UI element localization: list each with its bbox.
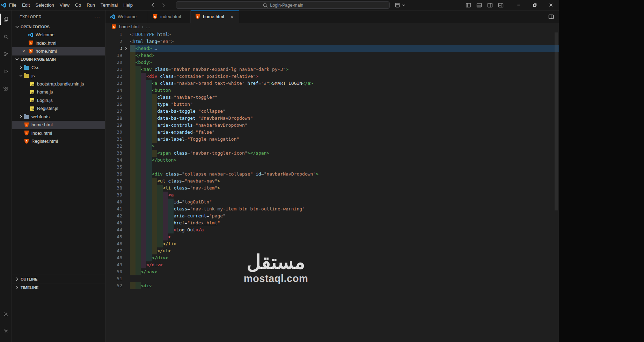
code-line-41[interactable]: 41class="nav-link my-item btn btn-outlin…: [105, 206, 559, 213]
code-line-31[interactable]: 31aria-label="Toggle navigation": [105, 136, 559, 143]
open-editor-home.html[interactable]: ×5home.html: [12, 47, 105, 55]
activity-run-debug-icon[interactable]: [0, 63, 12, 80]
tab-home.html[interactable]: 5home.html×: [191, 10, 239, 23]
minimize-button[interactable]: [511, 0, 527, 10]
activity-source-control-icon[interactable]: [0, 45, 12, 63]
code-line-39[interactable]: 39<a: [105, 192, 559, 199]
activity-search-icon[interactable]: [0, 28, 12, 45]
command-center-search[interactable]: Login-Page-main: [176, 1, 390, 9]
forward-arrow-icon[interactable]: [161, 2, 166, 8]
explorer-actions-icon[interactable]: ···: [94, 14, 100, 20]
fold-indicator[interactable]: [122, 45, 130, 52]
tree-item-Login.js[interactable]: JSLogin.js: [12, 96, 105, 105]
code-line-37[interactable]: 37<ul class="navbar-nav">: [105, 178, 559, 185]
open-editor-index.html[interactable]: 5index.html: [12, 39, 105, 47]
code-text: <div class="collapse navbar-collapse" id…: [130, 171, 559, 178]
code-line-27[interactable]: 27data-bs-toggle="collapse": [105, 108, 559, 115]
code-line-22[interactable]: 22<div class="container position-relativ…: [105, 73, 559, 80]
activity-settings-gear-icon[interactable]: [0, 322, 12, 339]
chevron-right-icon[interactable]: [18, 65, 24, 70]
back-arrow-icon[interactable]: [150, 2, 156, 8]
code-line-20[interactable]: 20<body>: [105, 59, 559, 66]
code-line-52[interactable]: 52<div: [105, 282, 559, 289]
menu-help[interactable]: Help: [120, 0, 136, 10]
code-line-36[interactable]: 36<div class="collapse navbar-collapse" …: [105, 171, 559, 178]
tab-Welcome[interactable]: Welcome: [105, 10, 148, 23]
indent-guide: [152, 185, 158, 192]
code-line-40[interactable]: 40id="logOutBtn": [105, 199, 559, 206]
code-line-25[interactable]: 25class="navbar-toggler": [105, 94, 559, 101]
tree-item-webfonts[interactable]: webfonts: [12, 113, 105, 121]
tree-item-home.html[interactable]: 5home.html: [12, 121, 105, 129]
code-line-24[interactable]: 24<button: [105, 87, 559, 94]
code-line-1[interactable]: 1<!DOCTYPE html>: [105, 31, 559, 38]
section-timeline[interactable]: TIMELINE: [12, 283, 105, 291]
tree-item-Register.html[interactable]: 5Register.html: [12, 137, 105, 146]
tree-item-js[interactable]: js: [12, 72, 105, 80]
titlebar-extra[interactable]: [395, 3, 407, 8]
code-line-30[interactable]: 30aria-expanded="false": [105, 129, 559, 136]
activity-files-icon[interactable]: [0, 10, 12, 28]
menu-terminal[interactable]: Terminal: [98, 0, 120, 10]
code-line-51[interactable]: 51: [105, 275, 559, 282]
open-editor-Welcome[interactable]: Welcome: [12, 31, 105, 39]
breadcrumb-ellipsis[interactable]: …: [146, 24, 151, 29]
tree-item-Css[interactable]: Css: [12, 64, 105, 72]
section-project[interactable]: LOGIN-PAGE-MAIN: [12, 55, 105, 64]
code-line-45[interactable]: 45>: [105, 233, 559, 240]
code-line-19[interactable]: 19</head>: [105, 52, 559, 59]
tree-item-Register.js[interactable]: JSRegister.js: [12, 104, 105, 113]
code-line-43[interactable]: 43href="index.html": [105, 220, 559, 226]
indent-guide: [146, 122, 152, 129]
code-line-2[interactable]: 2<html lang="en">: [105, 38, 559, 45]
code-line-26[interactable]: 26type="button": [105, 101, 559, 108]
code-line-46[interactable]: 46</li>: [105, 240, 559, 247]
scrollbar-thumb[interactable]: [555, 32, 558, 210]
tree-item-index.html[interactable]: 5index.html: [12, 129, 105, 137]
code-line-3[interactable]: 3<head> …: [105, 45, 559, 52]
breadcrumb-file[interactable]: home.html: [119, 24, 139, 29]
code-line-47[interactable]: 47</ul>: [105, 247, 559, 254]
html5-icon: 5: [195, 14, 200, 19]
code-line-28[interactable]: 28data-bs-target="#navbarNavDropdown": [105, 115, 559, 122]
tree-item-home.js[interactable]: JShome.js: [12, 88, 105, 96]
chevron-down-icon[interactable]: [18, 73, 24, 78]
code-line-50[interactable]: 50</nav>: [105, 268, 559, 275]
menu-go[interactable]: Go: [72, 0, 84, 10]
code-line-35[interactable]: 35: [105, 164, 559, 171]
tree-item-bootstrap.bundle.min.js[interactable]: JSbootstrap.bundle.min.js: [12, 80, 105, 88]
code-line-42[interactable]: 42aria-current="page": [105, 213, 559, 220]
tab-close-icon[interactable]: ×: [229, 14, 235, 20]
line-number: 47: [105, 247, 122, 254]
menu-run[interactable]: Run: [84, 0, 98, 10]
restore-button[interactable]: [527, 0, 543, 10]
close-button[interactable]: [543, 0, 559, 10]
indent-guide: [163, 199, 168, 206]
code-line-38[interactable]: 38<li class="nav-item">: [105, 185, 559, 192]
code-line-33[interactable]: 33<span class="navbar-toggler-icon"></sp…: [105, 150, 559, 157]
activity-account-icon[interactable]: [0, 306, 12, 322]
indent-guide: [136, 164, 141, 171]
code-line-21[interactable]: 21<nav class="navbar navbar-expand-lg na…: [105, 66, 559, 73]
tab-index.html[interactable]: 5index.html: [148, 10, 191, 23]
menu-view[interactable]: View: [57, 0, 72, 10]
menu-edit[interactable]: Edit: [19, 0, 32, 10]
indent-guide: [146, 129, 152, 136]
chevron-right-icon[interactable]: [18, 114, 24, 119]
code-line-29[interactable]: 29aria-controls="navbarNavDropdown": [105, 122, 559, 129]
code-line-49[interactable]: 49</div>: [105, 261, 559, 268]
code-line-32[interactable]: 32>: [105, 143, 559, 150]
code-line-48[interactable]: 48</div>: [105, 254, 559, 261]
code-line-34[interactable]: 34</button>: [105, 157, 559, 164]
breadcrumb[interactable]: 5 home.html › …: [105, 23, 559, 31]
section-outline[interactable]: OUTLINE: [12, 275, 105, 283]
menu-selection[interactable]: Selection: [32, 0, 57, 10]
close-icon[interactable]: ×: [22, 49, 25, 54]
menu-file[interactable]: File: [6, 0, 19, 10]
code-line-23[interactable]: 23<a class="navbar-brand text-white" hre…: [105, 80, 559, 87]
activity-extensions-icon[interactable]: [0, 80, 12, 98]
code-line-44[interactable]: 44>Log Out</a: [105, 226, 559, 233]
fold-gutter: [122, 164, 130, 171]
section-open-editors[interactable]: OPEN EDITORS: [12, 23, 105, 31]
code-editor[interactable]: 1<!DOCTYPE html>2<html lang="en">3<head>…: [105, 31, 559, 342]
